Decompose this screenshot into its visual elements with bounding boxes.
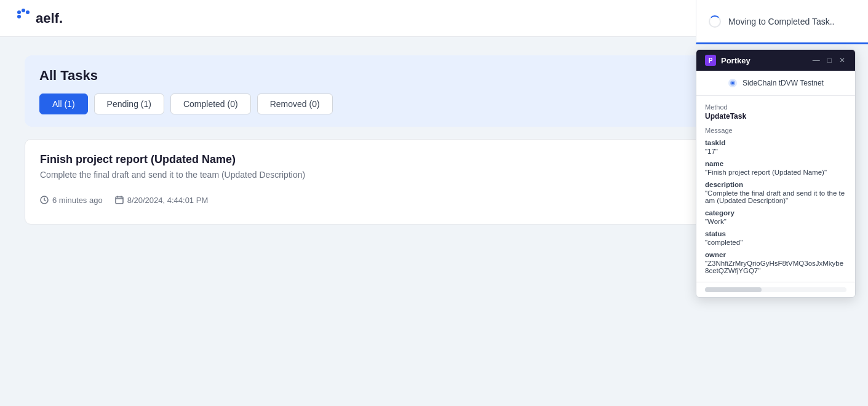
svg-point-0 [17,10,21,14]
field-label-status: status [705,230,846,237]
field-value-name: "Finish project report (Updated Name)" [705,169,846,176]
portkey-body: Method UpdateTask Message taskId "17" na… [696,96,855,282]
scrollbar-track [705,287,846,292]
svg-rect-5 [116,197,123,204]
portkey-header-left: P Portkey [705,55,751,66]
svg-point-1 [22,9,25,12]
field-value-owner: "Z3NhfiZrMryQrioGyHsF8tVMQ3osJxMkybe8cet… [705,260,846,274]
tab-completed[interactable]: Completed (0) [170,94,251,114]
portkey-title: Portkey [721,56,751,65]
task-datetime: 8/20/2024, 4:44:01 PM [115,196,209,205]
tab-removed[interactable]: Removed (0) [257,94,333,114]
method-value: UpdateTask [705,112,846,121]
minimize-button[interactable]: — [811,56,821,65]
portkey-popup: P Portkey — □ ✕ SideChain tDVW Testnet M… [696,49,856,298]
field-value-category: "Work" [705,218,846,225]
field-value-status: "completed" [705,239,846,246]
portkey-window-controls: — □ ✕ [811,56,846,65]
field-label-description: description [705,181,846,188]
field-label-name: name [705,160,846,167]
notification-bar: Moving to Completed Task.. [696,0,868,44]
svg-point-8 [731,82,734,84]
header: aelf. Moving to Completed Task.. [0,0,868,37]
portkey-network: SideChain tDVW Testnet [696,71,855,96]
loading-spinner [709,15,721,28]
scrollbar-thumb [705,287,762,292]
field-value-taskid: "17" [705,148,846,155]
maximize-button[interactable]: □ [826,56,833,65]
time-ago-text: 6 minutes ago [52,196,103,205]
svg-point-2 [26,10,30,14]
calendar-icon [115,196,124,204]
datetime-text: 8/20/2024, 4:44:01 PM [127,196,209,205]
logo: aelf. [15,8,63,29]
portkey-scrollbar[interactable] [696,282,855,297]
network-icon [728,78,738,88]
field-label-category: category [705,209,846,217]
notification-text: Moving to Completed Task.. [728,17,835,26]
portkey-header: P Portkey — □ ✕ [696,50,855,71]
logo-wordmark: aelf. [36,10,63,26]
field-label-taskid: taskId [705,139,846,146]
svg-point-3 [17,15,21,18]
method-label: Method [705,103,846,111]
network-name: SideChain tDVW Testnet [743,79,824,87]
tab-all[interactable]: All (1) [39,94,88,114]
task-time-ago: 6 minutes ago [40,196,103,205]
field-value-description: "Complete the final draft and send it to… [705,189,846,204]
logo-icon [15,8,32,29]
field-label-owner: owner [705,251,846,258]
close-button[interactable]: ✕ [838,56,846,65]
tab-pending[interactable]: Pending (1) [94,94,164,114]
clock-icon [40,196,49,204]
message-label: Message [705,127,846,134]
portkey-app-icon: P [705,55,716,66]
